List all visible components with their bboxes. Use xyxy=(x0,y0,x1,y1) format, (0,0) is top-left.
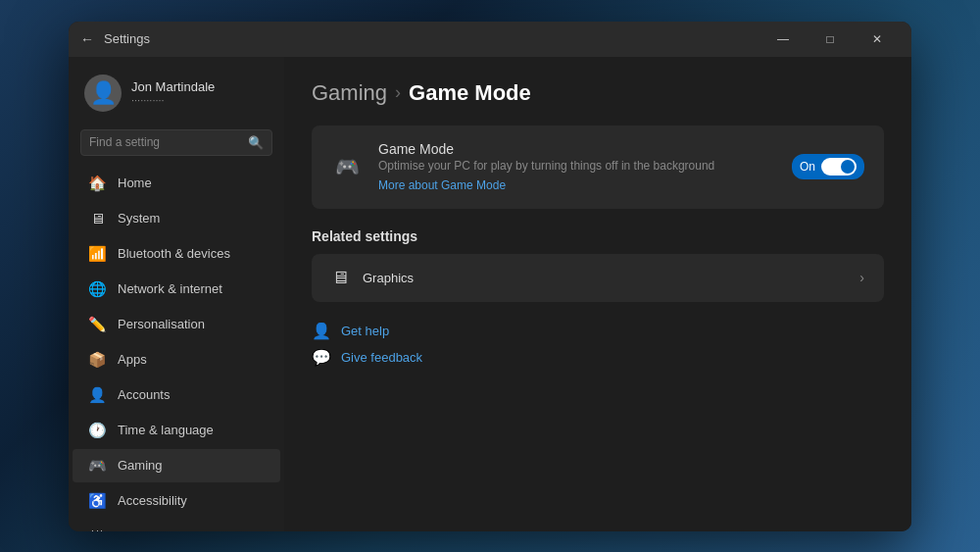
game-mode-text: Game Mode Optimise your PC for play by t… xyxy=(378,141,776,193)
graphics-icon: 🖥 xyxy=(331,268,349,288)
gaming-icon: 🎮 xyxy=(88,457,106,475)
sidebar-item-time[interactable]: 🕐 Time & language xyxy=(73,414,280,447)
user-name: Jon Martindale xyxy=(131,79,215,94)
help-links: 👤 Get help 💬 Give feedback xyxy=(312,322,884,367)
personalisation-icon: ✏️ xyxy=(88,316,106,333)
graphics-card[interactable]: 🖥 Graphics › xyxy=(312,254,884,302)
game-mode-link[interactable]: More about Game Mode xyxy=(378,178,506,192)
toggle-knob xyxy=(841,160,855,174)
toggle-switch xyxy=(821,158,857,176)
user-info: Jon Martindale ··········· xyxy=(131,79,215,106)
system-icon: 🖥 xyxy=(88,210,106,227)
apps-icon: 📦 xyxy=(88,351,106,369)
game-mode-icon-container: 🎮 xyxy=(331,151,363,182)
get-help-icon: 👤 xyxy=(312,322,331,340)
sidebar-item-label: Privacy & security xyxy=(118,528,265,531)
sidebar-item-privacy[interactable]: 🛡 Privacy & security xyxy=(73,520,280,531)
related-settings-title: Related settings xyxy=(312,228,884,244)
sidebar: 👤 Jon Martindale ··········· 🔍 🏠 Home 🖥 … xyxy=(69,57,284,531)
chevron-right-icon: › xyxy=(859,270,864,285)
back-button[interactable]: ← xyxy=(80,31,94,47)
sidebar-item-gaming[interactable]: 🎮 Gaming xyxy=(73,449,280,482)
game-mode-title: Game Mode xyxy=(378,141,776,157)
sidebar-item-bluetooth[interactable]: 📶 Bluetooth & devices xyxy=(73,237,280,271)
accessibility-icon: ♿ xyxy=(88,492,106,510)
maximize-button[interactable]: □ xyxy=(808,22,853,57)
breadcrumb: Gaming › Game Mode xyxy=(312,80,884,106)
sidebar-item-label: Accessibility xyxy=(118,493,265,508)
user-section: 👤 Jon Martindale ··········· xyxy=(69,65,284,125)
privacy-icon: 🛡 xyxy=(88,527,106,531)
bluetooth-icon: 📶 xyxy=(88,245,106,263)
graphics-label: Graphics xyxy=(363,271,846,285)
sidebar-item-system[interactable]: 🖥 System xyxy=(73,202,280,235)
get-help-label: Get help xyxy=(341,324,389,338)
titlebar: ← Settings — □ ✕ xyxy=(69,22,911,57)
minimize-button[interactable]: — xyxy=(760,22,806,57)
sidebar-item-label: Gaming xyxy=(118,458,265,473)
give-feedback-label: Give feedback xyxy=(341,350,422,365)
window-content: 👤 Jon Martindale ··········· 🔍 🏠 Home 🖥 … xyxy=(69,57,911,531)
sidebar-item-label: Accounts xyxy=(118,387,265,402)
give-feedback-link[interactable]: 💬 Give feedback xyxy=(312,348,884,367)
game-mode-icon: 🎮 xyxy=(335,155,360,178)
game-mode-description: Optimise your PC for play by turning thi… xyxy=(378,159,776,173)
give-feedback-icon: 💬 xyxy=(312,348,331,367)
accounts-icon: 👤 xyxy=(88,386,106,404)
breadcrumb-separator: › xyxy=(395,82,401,103)
search-icon: 🔍 xyxy=(248,135,264,150)
time-icon: 🕐 xyxy=(88,422,106,439)
user-subtitle: ··········· xyxy=(131,94,215,106)
avatar-icon: 👤 xyxy=(90,80,117,106)
network-icon: 🌐 xyxy=(88,280,106,298)
get-help-link[interactable]: 👤 Get help xyxy=(312,322,884,340)
close-button[interactable]: ✕ xyxy=(855,22,900,57)
game-mode-card: 🎮 Game Mode Optimise your PC for play by… xyxy=(312,125,884,209)
sidebar-item-personalisation[interactable]: ✏️ Personalisation xyxy=(73,308,280,341)
sidebar-item-accounts[interactable]: 👤 Accounts xyxy=(73,378,280,412)
toggle-label: On xyxy=(800,160,815,174)
sidebar-item-network[interactable]: 🌐 Network & internet xyxy=(73,273,280,306)
breadcrumb-current: Game Mode xyxy=(409,80,531,106)
game-mode-toggle[interactable]: On xyxy=(792,154,864,179)
search-box[interactable]: 🔍 xyxy=(80,129,272,156)
sidebar-item-label: Apps xyxy=(118,352,265,367)
window-controls: — □ ✕ xyxy=(760,22,900,57)
sidebar-item-label: Home xyxy=(118,176,265,190)
sidebar-item-label: Personalisation xyxy=(118,317,265,331)
search-input[interactable] xyxy=(89,135,242,149)
settings-window: ← Settings — □ ✕ 👤 Jon Martindale ······… xyxy=(69,22,911,531)
sidebar-item-home[interactable]: 🏠 Home xyxy=(73,167,280,200)
main-content: Gaming › Game Mode 🎮 Game Mode Optimise … xyxy=(284,57,911,531)
home-icon: 🏠 xyxy=(88,175,106,192)
sidebar-item-label: Network & internet xyxy=(118,281,265,296)
window-title: Settings xyxy=(104,31,760,46)
sidebar-item-apps[interactable]: 📦 Apps xyxy=(73,343,280,376)
sidebar-item-label: Bluetooth & devices xyxy=(118,246,265,261)
avatar: 👤 xyxy=(84,75,122,112)
sidebar-item-label: System xyxy=(118,211,265,226)
sidebar-item-label: Time & language xyxy=(118,423,265,437)
sidebar-item-accessibility[interactable]: ♿ Accessibility xyxy=(73,484,280,518)
breadcrumb-parent[interactable]: Gaming xyxy=(312,80,387,106)
